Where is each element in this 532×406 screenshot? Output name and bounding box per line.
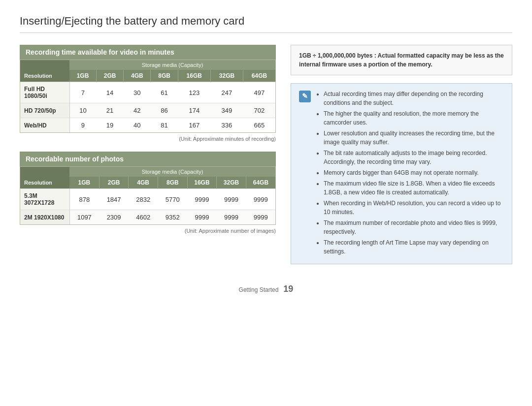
footer-page-number: 19	[283, 284, 293, 294]
video-row-0-val-5: 247	[210, 82, 243, 103]
video-row-2-val-2: 40	[124, 118, 151, 133]
video-row-0-val-0: 7	[69, 82, 96, 103]
video-row-2-val-3: 81	[151, 118, 178, 133]
photo-row-0-val-0: 878	[69, 189, 99, 210]
photo-col-4gb: 4GB	[129, 177, 158, 189]
video-table-container: Resolution Storage media (Capacity) 1GB …	[20, 60, 276, 133]
photo-row-1-val-0: 1097	[69, 210, 99, 225]
video-resolution-col-header: Resolution	[20, 60, 69, 82]
photo-col-16gb: 16GB	[187, 177, 217, 189]
photo-table: Resolution Storage media (Capacity) 1GB …	[20, 167, 275, 224]
video-row-1-val-4: 174	[178, 103, 210, 118]
video-col-8gb: 8GB	[151, 70, 178, 82]
photo-row-1-val-1: 2309	[99, 210, 129, 225]
video-row-0-val-6: 497	[243, 82, 275, 103]
photo-row-1-label: 2M 1920X1080	[20, 210, 69, 225]
video-col-2gb: 2GB	[96, 70, 123, 82]
photo-table-container: Resolution Storage media (Capacity) 1GB …	[20, 166, 276, 225]
video-row-0-val-1: 14	[96, 82, 123, 103]
photo-row-0-val-4: 9999	[187, 189, 217, 210]
bullet-list: Actual recording times may differ depend…	[316, 90, 504, 258]
video-row-1-val-5: 349	[210, 103, 243, 118]
photo-col-64gb: 64GB	[246, 177, 275, 189]
video-row-0-val-4: 123	[178, 82, 210, 103]
note-box: 1GB ÷ 1,000,000,000 bytes : Actual forma…	[291, 45, 512, 75]
photo-row-1-val-4: 9999	[187, 210, 217, 225]
video-storage-label: Storage media (Capacity)	[69, 60, 275, 70]
photo-row-1-val-3: 9352	[158, 210, 188, 225]
footer: Getting Started 19	[20, 279, 512, 294]
photo-row-1-val-5: 9999	[217, 210, 246, 225]
photo-section-header: Recordable number of photos	[20, 152, 276, 166]
list-item: The recording length of Art Time Lapse m…	[324, 238, 504, 256]
video-section-header: Recording time available for video in mi…	[20, 45, 276, 60]
table-row: 5.3M 3072X1728 878 1847 2832 5770 9999 9…	[20, 189, 275, 210]
photo-col-32gb: 32GB	[217, 177, 246, 189]
right-column: 1GB ÷ 1,000,000,000 bytes : Actual forma…	[291, 45, 512, 264]
video-row-2-val-0: 9	[69, 118, 96, 133]
table-row: HD 720/50p 10 21 42 86 174 349 702	[20, 103, 275, 118]
note-box-text: 1GB ÷ 1,000,000,000 bytes : Actual forma…	[299, 52, 504, 68]
photo-col-1gb: 1GB	[69, 177, 99, 189]
video-col-16gb: 16GB	[178, 70, 210, 82]
list-item: The bit rate automatically adjusts to th…	[324, 149, 504, 166]
photo-col-2gb: 2GB	[99, 177, 129, 189]
list-item: The maximum video file size is 1.8GB. Wh…	[324, 179, 504, 197]
video-row-2-label: Web/HD	[20, 118, 69, 133]
photo-row-0-val-6: 9999	[246, 189, 275, 210]
photo-row-0-label: 5.3M 3072X1728	[20, 189, 69, 210]
list-item: The maximum number of recordable photo a…	[324, 219, 504, 236]
page-title: Inserting/Ejecting the battery and memor…	[20, 15, 512, 33]
list-item: Lower resolution and quality increases t…	[324, 129, 504, 147]
video-row-1-val-2: 42	[124, 103, 151, 118]
info-icon: ✎	[299, 91, 311, 102]
list-item: Actual recording times may differ depend…	[324, 90, 504, 107]
video-row-1-val-6: 702	[243, 103, 275, 118]
video-row-2-val-1: 19	[96, 118, 123, 133]
video-row-1-val-0: 10	[69, 103, 96, 118]
video-row-0-val-2: 30	[124, 82, 151, 103]
photo-row-0-val-5: 9999	[217, 189, 246, 210]
left-column: Recording time available for video in mi…	[20, 45, 276, 264]
video-col-64gb: 64GB	[243, 70, 275, 82]
video-row-1-label: HD 720/50p	[20, 103, 69, 118]
table-row: Web/HD 9 19 40 81 167 336 665	[20, 118, 275, 133]
photo-resolution-col-header: Resolution	[20, 167, 69, 189]
video-col-1gb: 1GB	[69, 70, 96, 82]
table-row: 2M 1920X1080 1097 2309 4602 9352 9999 99…	[20, 210, 275, 225]
info-box: ✎ Actual recording times may differ depe…	[291, 83, 512, 264]
video-row-0-label: Full HD 1080/50i	[20, 82, 69, 103]
video-col-4gb: 4GB	[124, 70, 151, 82]
video-row-0-val-3: 61	[151, 82, 178, 103]
video-col-32gb: 32GB	[210, 70, 243, 82]
video-row-2-val-4: 167	[178, 118, 210, 133]
footer-label: Getting Started	[239, 286, 279, 293]
photo-row-0-val-1: 1847	[99, 189, 129, 210]
video-row-1-val-3: 86	[151, 103, 178, 118]
photo-unit-note: (Unit: Approximate number of images)	[20, 228, 276, 234]
video-table: Resolution Storage media (Capacity) 1GB …	[20, 60, 275, 132]
list-item: When recording in Web/HD resolution, you…	[324, 199, 504, 217]
photo-storage-label: Storage media (Capacity)	[69, 167, 275, 177]
video-unit-note: (Unit: Approximate minutes of recording)	[20, 136, 276, 142]
list-item: Memory cards bigger than 64GB may not op…	[324, 168, 504, 177]
list-item: The higher the quality and resolution, t…	[324, 109, 504, 127]
photo-row-0-val-2: 2832	[129, 189, 158, 210]
photo-row-1-val-6: 9999	[246, 210, 275, 225]
video-row-1-val-1: 21	[96, 103, 123, 118]
photo-row-1-val-2: 4602	[129, 210, 158, 225]
table-row: Full HD 1080/50i 7 14 30 61 123 247 497	[20, 82, 275, 103]
video-row-2-val-6: 665	[243, 118, 275, 133]
photo-row-0-val-3: 5770	[158, 189, 188, 210]
video-row-2-val-5: 336	[210, 118, 243, 133]
photo-col-8gb: 8GB	[158, 177, 188, 189]
